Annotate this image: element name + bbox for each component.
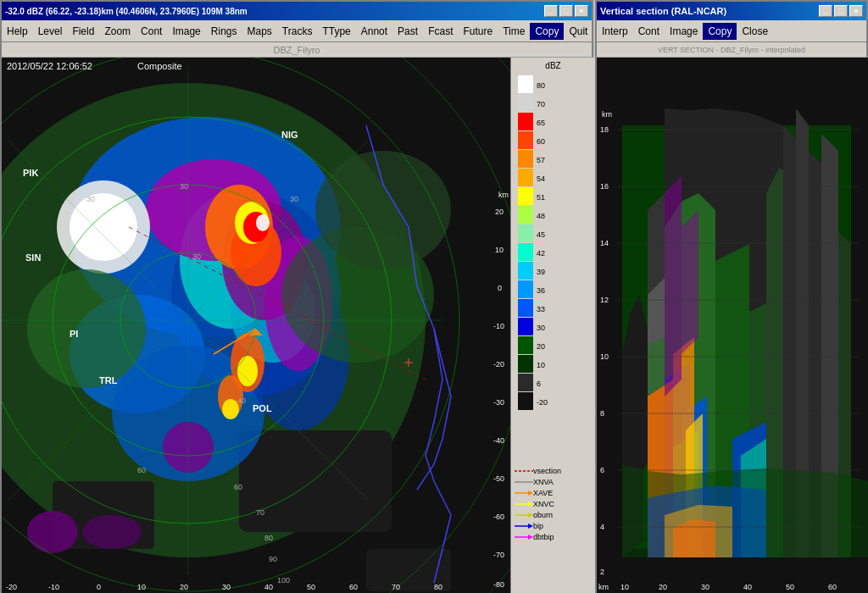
svg-text:-40: -40 <box>493 436 504 445</box>
svg-text:4: 4 <box>600 523 604 531</box>
svg-text:30: 30 <box>192 252 201 261</box>
svg-rect-93 <box>518 94 533 112</box>
restore-button[interactable]: □ <box>559 5 573 17</box>
svg-text:10: 10 <box>137 583 146 591</box>
menu-zoom[interactable]: Zoom <box>99 23 136 40</box>
svg-marker-163 <box>665 176 682 396</box>
svg-text:PI: PI <box>70 329 78 339</box>
track-oburn: oburn <box>515 511 561 519</box>
svg-text:NIG: NIG <box>281 130 298 140</box>
svg-text:30: 30 <box>180 182 188 191</box>
svg-text:20: 20 <box>180 583 188 591</box>
svg-text:20: 20 <box>495 208 504 216</box>
vert-menu-copy[interactable]: Copy <box>703 23 737 40</box>
close-button[interactable]: × <box>575 5 588 17</box>
menu-copy[interactable]: Copy <box>530 23 564 40</box>
svg-text:km: km <box>602 110 612 119</box>
track-bip: bip <box>515 522 561 530</box>
svg-rect-95 <box>518 113 533 130</box>
menu-annot[interactable]: Annot <box>356 23 392 40</box>
track-xave: XAVE <box>515 489 561 497</box>
menu-tracks[interactable]: Tracks <box>277 23 318 40</box>
vert-section-window: Vertical section (RAL-NCAR) _ □ × Interp… <box>595 0 868 593</box>
svg-text:60: 60 <box>234 483 242 491</box>
svg-rect-103 <box>518 187 533 205</box>
svg-text:16: 16 <box>600 182 609 191</box>
svg-point-23 <box>237 356 258 386</box>
timestamp-label: 2012/05/22 12:06:52 <box>7 61 92 71</box>
radar-display-area[interactable]: 2012/05/22 12:06:52 Composite <box>2 58 595 593</box>
menu-field[interactable]: Field <box>67 23 99 40</box>
vert-menu-close[interactable]: Close <box>737 23 773 40</box>
svg-text:65: 65 <box>537 119 545 127</box>
track-xnva: XNVA <box>515 478 561 486</box>
svg-rect-121 <box>518 355 533 373</box>
svg-rect-111 <box>518 262 533 280</box>
svg-rect-117 <box>518 318 533 335</box>
svg-text:80: 80 <box>537 81 545 90</box>
svg-text:70: 70 <box>256 508 264 517</box>
menu-quit[interactable]: Quit <box>564 23 593 40</box>
svg-text:57: 57 <box>537 156 545 164</box>
svg-text:-70: -70 <box>493 551 504 559</box>
vert-menu-cont[interactable]: Cont <box>633 23 665 40</box>
vert-restore-button[interactable]: □ <box>834 5 848 17</box>
menu-past[interactable]: Past <box>392 23 423 40</box>
svg-text:POL: POL <box>253 403 272 413</box>
svg-text:90: 90 <box>269 555 277 563</box>
svg-text:30: 30 <box>290 195 298 203</box>
svg-text:0: 0 <box>97 583 101 591</box>
svg-text:20: 20 <box>659 583 667 591</box>
vert-menu-bar: Interp Cont Image Copy Close <box>597 20 866 42</box>
svg-text:km: km <box>598 583 609 591</box>
svg-text:39: 39 <box>537 268 545 276</box>
svg-rect-101 <box>518 169 533 186</box>
svg-point-28 <box>70 193 137 261</box>
radar-svg: NIG PIK SIN PI TRL POL 30 30 30 30 60 60… <box>2 58 510 593</box>
menu-help[interactable]: Help <box>2 23 33 40</box>
svg-text:30: 30 <box>701 583 709 591</box>
legend-colorbar: 80 70 65 60 57 54 51 48 45 42 <box>511 74 595 430</box>
main-window-title: -32.0 dBZ (66.22, -23.18)km (40.4606N, 2… <box>5 7 248 16</box>
svg-rect-123 <box>518 374 533 391</box>
svg-text:42: 42 <box>537 249 545 258</box>
vert-canvas-area[interactable]: 18 16 14 12 10 8 6 4 2 km 10 20 30 40 50… <box>597 58 868 593</box>
svg-marker-164 <box>682 210 698 354</box>
menu-rings[interactable]: Rings <box>206 23 242 40</box>
svg-text:45: 45 <box>537 230 545 239</box>
menu-level[interactable]: Level <box>33 23 68 40</box>
vert-window-title: Vertical section (RAL-NCAR) <box>600 6 726 16</box>
menu-cont[interactable]: Cont <box>136 23 167 40</box>
svg-text:10: 10 <box>537 361 545 369</box>
svg-text:54: 54 <box>537 175 545 183</box>
svg-text:12: 12 <box>600 296 609 304</box>
menu-future[interactable]: Future <box>458 23 498 40</box>
svg-text:50: 50 <box>307 583 315 591</box>
vert-menu-image[interactable]: Image <box>665 23 703 40</box>
vert-subtitle: VERT SECTION - DBZ_Filyro - interpolated <box>658 46 805 54</box>
svg-text:18: 18 <box>600 125 609 134</box>
vert-minimize-button[interactable]: _ <box>819 5 832 17</box>
menu-image[interactable]: Image <box>167 23 205 40</box>
svg-text:40: 40 <box>264 583 273 591</box>
menu-ttype[interactable]: TType <box>317 23 355 40</box>
menu-time[interactable]: Time <box>498 23 530 40</box>
svg-text:30: 30 <box>537 324 545 332</box>
svg-text:60: 60 <box>828 583 837 591</box>
svg-point-16 <box>27 511 78 553</box>
svg-text:20: 20 <box>537 342 545 351</box>
menu-fcast[interactable]: Fcast <box>423 23 458 40</box>
minimize-button[interactable]: _ <box>544 5 558 17</box>
legend-title: dBZ <box>511 58 595 74</box>
vert-close-button[interactable]: × <box>849 5 863 17</box>
svg-rect-109 <box>518 243 533 261</box>
main-subtitle-bar: DBZ_Filyro <box>2 42 592 58</box>
svg-text:-20: -20 <box>493 360 504 369</box>
vert-title-bar: Vertical section (RAL-NCAR) _ □ × <box>597 2 866 20</box>
svg-text:50: 50 <box>786 583 794 591</box>
svg-text:PIK: PIK <box>23 168 38 178</box>
svg-text:30: 30 <box>222 583 231 591</box>
vert-menu-interp[interactable]: Interp <box>597 23 633 40</box>
menu-maps[interactable]: Maps <box>242 23 276 40</box>
vert-section-svg: 18 16 14 12 10 8 6 4 2 km 10 20 30 40 50… <box>597 58 868 593</box>
